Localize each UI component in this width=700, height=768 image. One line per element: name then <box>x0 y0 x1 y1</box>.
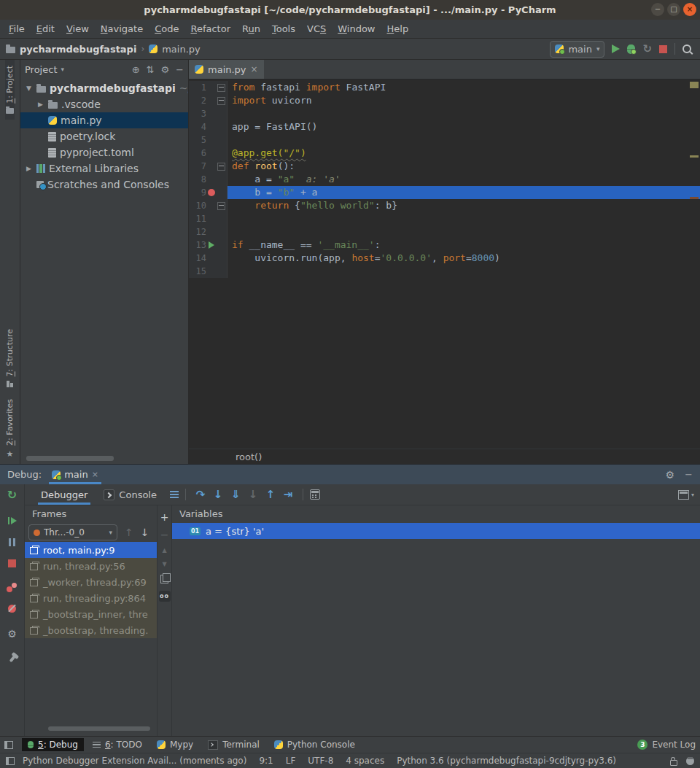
variable-row[interactable]: 01a = {str} 'a' <box>172 523 700 539</box>
editor-gutter[interactable]: 11 <box>189 212 228 225</box>
fold-icon[interactable] <box>217 97 225 105</box>
rerun-icon[interactable]: ↻ <box>7 489 17 501</box>
frame-worker-thread-py-69[interactable]: _worker, thread.py:69 <box>25 574 157 590</box>
code-line-1[interactable]: 1from fastapi import FastAPI <box>189 81 700 94</box>
toolwindow-toggle-icon[interactable] <box>6 757 15 765</box>
lock-icon[interactable] <box>670 760 677 766</box>
collapsed-arrow-icon[interactable]: ▶ <box>36 101 44 108</box>
title-bar[interactable]: pycharmdebugfastapi [~/code/pycharmdebug… <box>0 0 700 20</box>
view-breakpoints-icon[interactable] <box>7 583 18 592</box>
editor-gutter[interactable]: 6 <box>189 147 228 160</box>
fold-marker[interactable] <box>217 163 225 171</box>
debug-session-tab[interactable]: main × <box>49 465 101 484</box>
move-up-icon[interactable]: ▲ <box>162 547 166 554</box>
file-encoding[interactable]: UTF-8 <box>308 756 333 766</box>
sidebar-item-1-project[interactable]: 1: Project <box>5 60 15 120</box>
menu-refactor[interactable]: Refactor <box>184 21 236 36</box>
minimize-button[interactable]: − <box>651 3 664 16</box>
hide-panel-icon[interactable]: − <box>176 65 184 74</box>
editor-gutter[interactable]: 14 <box>189 252 228 265</box>
close-button[interactable]: × <box>683 3 696 16</box>
step-into-my-code-icon[interactable]: ⇓ <box>228 488 244 501</box>
editor-gutter[interactable]: 3 <box>189 107 228 120</box>
stop-icon[interactable] <box>8 559 16 567</box>
menu-run[interactable]: Run <box>236 21 266 36</box>
line-separator[interactable]: LF <box>286 756 296 766</box>
force-step-into-icon[interactable]: ↓ <box>245 488 261 501</box>
step-into-icon[interactable]: ↓ <box>210 488 226 501</box>
code-line-13[interactable]: 13if __name__ == '__main__': <box>189 238 700 252</box>
debug-button[interactable] <box>627 44 635 54</box>
code-editor[interactable]: 1from fastapi import FastAPI2import uvic… <box>189 79 700 449</box>
code-line-8[interactable]: 8 a = "a" a: 'a' <box>189 173 700 186</box>
code-line-5[interactable]: 5 <box>189 133 700 147</box>
menu-navigate[interactable]: Navigate <box>95 21 149 36</box>
code-line-15[interactable]: 15 <box>189 265 700 278</box>
run-button[interactable] <box>612 44 620 53</box>
code-line-7[interactable]: 7def root(): <box>189 160 700 173</box>
search-everywhere-button[interactable] <box>682 44 691 53</box>
editor-gutter[interactable]: 1 <box>189 81 228 94</box>
tree-item-scratches-and-consoles[interactable]: Scratches and Consoles <box>20 177 188 193</box>
fold-marker[interactable] <box>217 97 225 105</box>
status-message[interactable]: Python Debugger Extension Avail... (mome… <box>23 756 246 766</box>
close-icon[interactable]: × <box>251 64 258 74</box>
hide-panel-icon[interactable]: − <box>685 470 693 479</box>
editor-gutter[interactable]: 2 <box>189 94 228 107</box>
gear-icon[interactable]: ⚙ <box>666 470 675 480</box>
indent-setting[interactable]: 4 spaces <box>346 756 384 766</box>
editor-gutter[interactable]: 4 <box>189 120 228 133</box>
horizontal-scrollbar[interactable] <box>26 456 114 461</box>
tree-item-pyproject-toml[interactable]: pyproject.toml <box>20 144 188 160</box>
thread-selector[interactable]: Thr...-0_0 ▾ <box>28 524 117 540</box>
fold-icon[interactable] <box>217 163 225 171</box>
menu-file[interactable]: File <box>3 21 31 36</box>
collapse-all-icon[interactable]: ⇅ <box>147 65 155 74</box>
editor-gutter[interactable]: 15 <box>189 265 228 278</box>
evaluate-expression-icon[interactable] <box>310 489 320 500</box>
editor-gutter[interactable]: 7 <box>189 160 228 173</box>
step-out-icon[interactable]: ↑ <box>262 488 279 501</box>
editor-gutter[interactable]: 5 <box>189 133 228 147</box>
next-frame-icon[interactable]: ↓ <box>141 527 149 538</box>
tree-item-external-libraries[interactable]: ▶External Libraries <box>20 160 188 177</box>
duplicate-icon[interactable] <box>160 575 168 583</box>
code-line-3[interactable]: 3 <box>189 107 700 120</box>
code-line-10[interactable]: 10 return {"hello world": b} <box>189 199 700 212</box>
toolwindow-mypy[interactable]: Mypy <box>151 738 199 751</box>
expanded-arrow-icon[interactable]: ▼ <box>25 85 33 92</box>
tree-item-pycharmdebugfastapi[interactable]: ▼pycharmdebugfastapi ~/code/pycharmdebug… <box>20 80 188 96</box>
code-line-12[interactable]: 12 <box>189 225 700 238</box>
pause-icon[interactable] <box>9 538 15 546</box>
restore-layout-icon[interactable] <box>678 490 689 500</box>
collapsed-arrow-icon[interactable]: ▶ <box>25 165 33 172</box>
run-arrow-icon[interactable] <box>206 241 217 249</box>
add-watch-icon[interactable]: + <box>160 512 169 522</box>
fold-icon[interactable] <box>217 84 225 92</box>
breadcrumb-project[interactable]: pycharmdebugfastapi <box>20 44 136 55</box>
breadcrumb-function[interactable]: root() <box>236 451 262 462</box>
project-panel-title[interactable]: Project <box>25 64 57 75</box>
step-over-icon[interactable]: ↷ <box>192 488 209 501</box>
breadcrumb-file[interactable]: main.py <box>162 44 201 55</box>
menu-edit[interactable]: Edit <box>31 21 61 36</box>
fold-icon[interactable] <box>217 202 225 210</box>
chevron-down-icon[interactable]: ▾ <box>61 66 64 73</box>
menu-window[interactable]: Window <box>332 21 381 36</box>
tree-item-vscode[interactable]: ▶.vscode <box>20 96 188 112</box>
code-line-9[interactable]: 9 b = "b" + a <box>189 186 700 199</box>
toolwindow-python-console[interactable]: Python Console <box>268 738 361 751</box>
run-to-cursor-icon[interactable]: ⇥ <box>280 488 296 501</box>
close-icon[interactable]: × <box>92 470 98 479</box>
breakpoint-dot[interactable] <box>208 189 215 196</box>
move-down-icon[interactable]: ▼ <box>162 561 166 567</box>
frame-bootstrap-threading[interactable]: _bootstrap, threading. <box>25 622 157 638</box>
editor-gutter[interactable]: 13 <box>189 238 228 252</box>
frame-run-threading-py-864[interactable]: run, threading.py:864 <box>25 590 157 606</box>
breakpoint-icon[interactable] <box>206 189 217 196</box>
sidebar-item-7-structure[interactable]: 7: Structure <box>5 323 15 393</box>
inspections-hector-icon[interactable] <box>686 757 694 765</box>
gear-icon[interactable]: ⚙ <box>160 65 169 74</box>
stop-button[interactable] <box>659 45 667 53</box>
settings-gear-icon[interactable]: ⚙ <box>7 629 17 639</box>
